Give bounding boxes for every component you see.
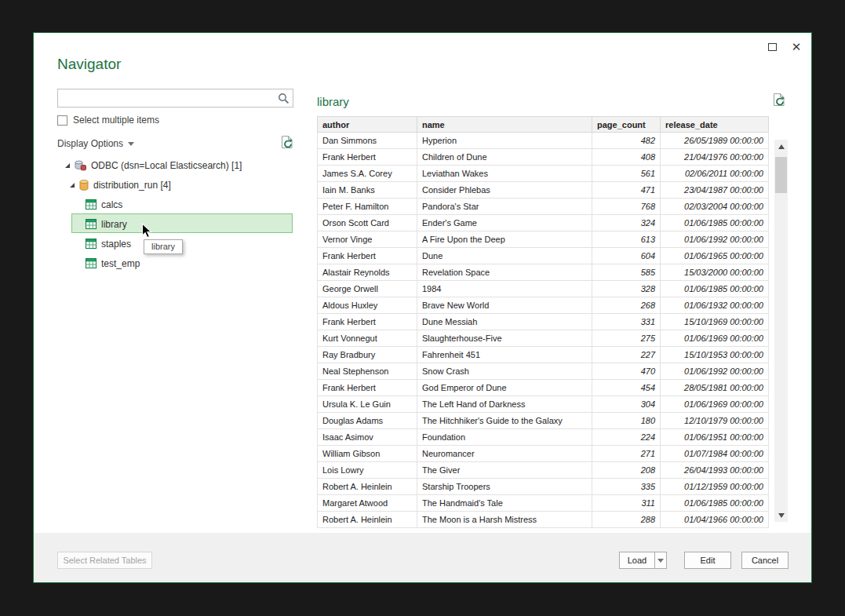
tree-item-calcs[interactable]: calcs [86, 196, 122, 213]
table-cell: Slaughterhouse-Five [417, 330, 592, 347]
load-dropdown-button[interactable] [654, 552, 667, 569]
table-row[interactable]: William GibsonNeuromancer27101/07/1984 0… [318, 446, 769, 462]
table-cell: 01/07/1984 00:00:00 [661, 446, 769, 462]
expanded-arrow-icon[interactable] [70, 183, 75, 188]
table-row[interactable]: Alastair ReynoldsRevelation Space58515/0… [318, 264, 769, 281]
table-cell: 01/06/1969 00:00:00 [661, 396, 769, 413]
table-row[interactable]: Robert A. HeinleinThe Moon is a Harsh Mi… [318, 512, 769, 528]
table-row[interactable]: Robert A. HeinleinStarship Troopers33501… [318, 479, 769, 495]
table-row[interactable]: Lois LowryThe Giver20826/04/1993 00:00:0… [318, 462, 769, 479]
scrollbar-thumb[interactable] [775, 157, 787, 193]
table-cell: 208 [592, 462, 661, 479]
table-row[interactable]: James S.A. CoreyLeviathan Wakes56102/06/… [318, 166, 769, 182]
column-header-name[interactable]: name [417, 117, 592, 133]
scroll-up-button[interactable] [774, 140, 788, 153]
table-row[interactable]: Frank HerbertDune60401/06/1965 00:00:00 [318, 248, 769, 264]
close-icon: ✕ [792, 40, 802, 54]
footer-bar: Select Related Tables Load Edit Cancel [34, 533, 811, 582]
preview-table: authornamepage_countrelease_date Dan Sim… [317, 116, 769, 528]
table-row[interactable]: Vernor VingeA Fire Upon the Deep61301/06… [318, 231, 769, 248]
preview-scrollbar[interactable] [774, 140, 788, 522]
tree-item-test-emp[interactable]: test_emp [86, 255, 140, 272]
tree-item-library[interactable]: library [86, 216, 127, 232]
preview-table-header-row: authornamepage_countrelease_date [318, 117, 769, 133]
table-cell: 768 [592, 199, 661, 215]
table-cell: 26/04/1993 00:00:00 [661, 462, 769, 479]
table-icon [86, 219, 97, 229]
table-row[interactable]: Frank HerbertGod Emperor of Dune45428/05… [318, 380, 769, 396]
column-header-release_date[interactable]: release_date [661, 117, 769, 133]
search-input[interactable] [58, 89, 272, 107]
table-cell: 271 [592, 446, 661, 462]
table-cell: Foundation [417, 429, 592, 446]
table-cell: 01/06/1985 00:00:00 [661, 495, 769, 512]
table-cell: 454 [592, 380, 661, 396]
preview-table-body: Dan SimmonsHyperion48226/05/1989 00:00:0… [318, 133, 769, 528]
tree-item-staples[interactable]: staples [86, 235, 131, 252]
table-cell: 408 [592, 149, 661, 166]
table-cell: 335 [592, 479, 661, 495]
table-row[interactable]: Ray BradburyFahrenheit 45122715/10/1953 … [318, 347, 769, 363]
table-cell: James S.A. Corey [318, 166, 417, 182]
table-row[interactable]: Dan SimmonsHyperion48226/05/1989 00:00:0… [318, 133, 769, 149]
expanded-arrow-icon[interactable] [65, 163, 70, 168]
table-cell: 01/06/1992 00:00:00 [661, 231, 769, 248]
table-row[interactable]: George Orwell198432801/06/1985 00:00:00 [318, 281, 769, 297]
close-button[interactable]: ✕ [786, 38, 807, 56]
select-multiple-label: Select multiple items [73, 115, 159, 126]
table-cell: Iain M. Banks [318, 182, 417, 199]
maximize-icon [768, 43, 777, 51]
table-cell: 324 [592, 215, 661, 231]
database-icon [79, 180, 89, 191]
table-row[interactable]: Frank HerbertChildren of Dune40821/04/19… [318, 149, 769, 166]
page-title: Navigator [57, 56, 121, 73]
chevron-down-icon [657, 559, 664, 563]
table-cell: William Gibson [318, 446, 417, 462]
refresh-preview-button[interactable] [773, 93, 786, 111]
odbc-source-icon [75, 160, 86, 171]
table-row[interactable]: Aldous HuxleyBrave New World26801/06/193… [318, 297, 769, 314]
table-cell: Brave New World [417, 297, 592, 314]
table-row[interactable]: Margaret AtwoodThe Handmaid's Tale31101/… [318, 495, 769, 512]
table-row[interactable]: Isaac AsimovFoundation22401/06/1951 00:0… [318, 429, 769, 446]
tree-item-odbc-dsn-local-elasticsearch-1[interactable]: ODBC (dsn=Local Elasticsearch) [1] [65, 157, 242, 173]
load-button[interactable]: Load [619, 552, 655, 569]
edit-button[interactable]: Edit [684, 552, 731, 569]
tree-item-label: distribution_run [4] [93, 180, 171, 191]
chevron-down-icon[interactable] [128, 142, 134, 146]
scroll-down-button[interactable] [774, 508, 788, 522]
table-row[interactable]: Frank HerbertDune Messiah33115/10/1969 0… [318, 314, 769, 330]
table-cell: 180 [592, 413, 661, 429]
search-icon[interactable] [278, 93, 290, 108]
table-cell: Children of Dune [417, 149, 592, 166]
table-row[interactable]: Iain M. BanksConsider Phlebas47123/04/19… [318, 182, 769, 199]
display-options-dropdown[interactable]: Display Options [57, 138, 123, 149]
table-row[interactable]: Ursula K. Le GuinThe Left Hand of Darkne… [318, 396, 769, 413]
table-row[interactable]: Neal StephensonSnow Crash47001/06/1992 0… [318, 363, 769, 380]
refresh-tree-button[interactable] [281, 135, 294, 152]
cancel-button[interactable]: Cancel [741, 552, 789, 569]
table-cell: 02/06/2011 00:00:00 [661, 166, 769, 182]
table-row[interactable]: Peter F. HamiltonPandora's Star76802/03/… [318, 199, 769, 215]
table-cell: Lois Lowry [318, 462, 417, 479]
table-cell: 304 [592, 396, 661, 413]
table-cell: Ray Bradbury [318, 347, 417, 363]
column-header-page_count[interactable]: page_count [592, 117, 661, 133]
table-cell: 288 [592, 512, 661, 528]
table-cell: Douglas Adams [318, 413, 417, 429]
table-cell: 01/12/1959 00:00:00 [661, 479, 769, 495]
table-cell: 01/06/1985 00:00:00 [661, 281, 769, 297]
select-multiple-checkbox[interactable] [57, 115, 67, 126]
table-cell: 21/04/1976 00:00:00 [661, 149, 769, 166]
table-cell: 15/10/1953 00:00:00 [661, 347, 769, 363]
table-row[interactable]: Kurt VonnegutSlaughterhouse-Five27501/06… [318, 330, 769, 347]
maximize-button[interactable] [762, 38, 782, 56]
column-header-author[interactable]: author [318, 117, 417, 133]
table-cell: 01/04/1966 00:00:00 [661, 512, 769, 528]
tree-item-label: calcs [101, 199, 122, 210]
select-related-tables-button[interactable]: Select Related Tables [57, 552, 152, 569]
table-row[interactable]: Douglas AdamsThe Hitchhiker's Guide to t… [318, 413, 769, 429]
table-row[interactable]: Orson Scott CardEnder's Game32401/06/198… [318, 215, 769, 231]
tree-item-distribution-run-4[interactable]: distribution_run [4] [70, 177, 171, 193]
table-cell: 15/10/1969 00:00:00 [661, 314, 769, 330]
